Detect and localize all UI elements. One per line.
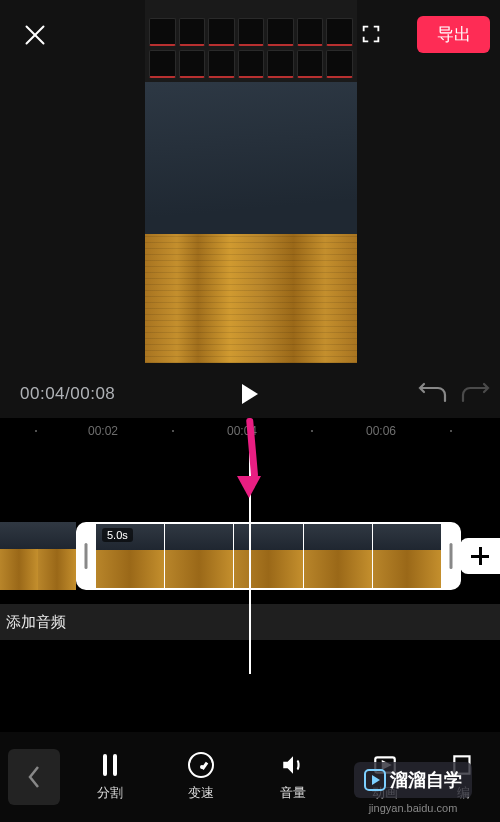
close-icon[interactable] — [24, 24, 46, 46]
total-time: 00:08 — [70, 384, 115, 403]
export-button[interactable]: 导出 — [417, 16, 490, 53]
split-icon — [97, 752, 123, 778]
time-display: 00:04/00:08 — [20, 384, 115, 404]
clip-duration-badge: 5.0s — [102, 528, 133, 542]
trim-handle-right[interactable] — [441, 524, 461, 588]
time-ruler: 00:02 00:04 00:06 — [0, 418, 500, 446]
watermark-brand: 溜溜自学 — [390, 768, 462, 792]
video-editor-screen: 导出 00:04/00:08 00:02 00:04 00:06 — [0, 0, 500, 822]
add-audio-label: 添加音频 — [6, 613, 66, 632]
top-bar: 导出 — [0, 0, 500, 70]
tool-label: 音量 — [280, 784, 306, 802]
tool-split[interactable]: 分割 — [82, 752, 138, 802]
ruler-mark: 00:06 — [366, 424, 396, 438]
transport-bar: 00:04/00:08 — [0, 370, 500, 418]
speed-icon — [188, 752, 214, 778]
tool-volume[interactable]: 音量 — [265, 752, 321, 802]
undo-button[interactable] — [418, 382, 448, 408]
redo-button[interactable] — [460, 382, 490, 408]
trim-handle-left[interactable] — [76, 524, 96, 588]
tool-speed[interactable]: 变速 — [173, 752, 229, 802]
annotation-arrow — [243, 418, 255, 498]
watermark-logo-icon — [364, 769, 386, 791]
current-time: 00:04 — [20, 384, 65, 403]
fullscreen-icon[interactable] — [360, 23, 382, 45]
volume-icon — [280, 752, 306, 778]
play-button[interactable] — [242, 384, 258, 404]
back-button[interactable] — [8, 749, 60, 805]
tool-label: 变速 — [188, 784, 214, 802]
add-clip-button[interactable] — [460, 538, 500, 574]
tool-label: 分割 — [97, 784, 123, 802]
timeline[interactable]: 00:02 00:04 00:06 5.0s — [0, 418, 500, 732]
clip-selected[interactable]: 5.0s — [76, 522, 461, 590]
watermark: 溜溜自学 jingyan.baidu.com — [354, 762, 472, 814]
clip-leading[interactable] — [0, 522, 76, 590]
ruler-mark: 00:02 — [88, 424, 118, 438]
watermark-url: jingyan.baidu.com — [354, 802, 472, 814]
